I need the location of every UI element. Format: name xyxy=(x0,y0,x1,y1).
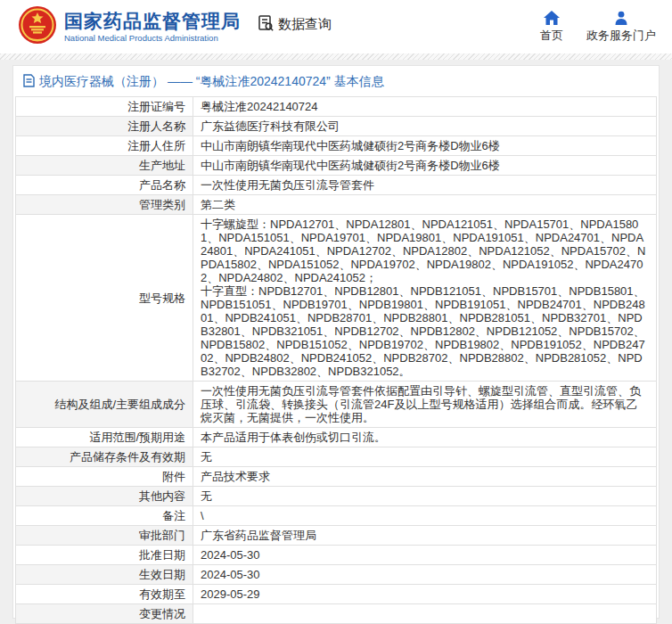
table-row: 结构及组成/主要组成成分一次性使用无菌负压引流导管套件依据配置由引导针、螺旋型引… xyxy=(16,382,657,428)
field-value: 广东省药品监督管理局 xyxy=(193,526,657,546)
site-header: 国家药品监督管理局 National Medical Products Admi… xyxy=(0,0,672,53)
field-label: 型号规格 xyxy=(16,215,193,382)
field-label-text: 型号规格 xyxy=(139,291,185,305)
data-query-label: 数据查询 xyxy=(278,16,332,33)
page-title: 境内医疗器械（注册） —— “粤械注准20242140724” 基本信息 xyxy=(13,66,659,96)
field-label-text: 其他内容 xyxy=(139,489,185,503)
hatch-divider xyxy=(0,53,672,60)
field-label-text: 生效日期 xyxy=(139,568,185,581)
field-label: 注册人名称 xyxy=(16,117,193,136)
field-label-text: 审批部门 xyxy=(139,529,185,542)
table-row: 生产地址中山市南朗镇华南现代中医药城健硕街2号商务楼D物业6楼 xyxy=(16,156,657,176)
field-label: 批准日期 xyxy=(16,546,193,565)
table-row: 管理类别第二类 xyxy=(16,195,657,215)
nav-portal[interactable]: 政务服务门户 xyxy=(586,11,656,44)
table-row: 产品名称一次性使用无菌负压引流导管套件 xyxy=(16,176,657,195)
field-label: 管理类别 xyxy=(16,195,193,215)
info-table: 注册证编号粤械注准20242140724注册人名称广东益德医疗科技有限公司注册人… xyxy=(15,96,657,624)
field-label: 生产地址 xyxy=(16,156,193,176)
field-label-text: 批准日期 xyxy=(139,548,185,562)
field-label: 附件 xyxy=(16,467,193,487)
field-label: 适用范围/预期用途 xyxy=(16,428,193,447)
national-emblem-icon xyxy=(18,5,57,48)
table-row: 注册证编号粤械注准20242140724 xyxy=(16,97,657,117)
table-row: 批准日期2024-05-30 xyxy=(16,546,657,565)
nav-home[interactable]: 首页 xyxy=(540,11,563,44)
nmpa-logo[interactable]: 国家药品监督管理局 National Medical Products Admi… xyxy=(18,5,241,48)
field-value: 2029-05-29 xyxy=(193,585,657,604)
table-row: 变更情况 xyxy=(16,604,657,624)
field-label: 产品名称 xyxy=(16,176,193,195)
field-label-text: 附件 xyxy=(162,470,185,483)
field-label-text: 管理类别 xyxy=(139,198,185,211)
field-label: 其他内容 xyxy=(16,487,193,506)
field-value: 粤械注准20242140724 xyxy=(193,97,657,117)
content-box: 境内医疗器械（注册） —— “粤械注准20242140724” 基本信息 注册证… xyxy=(12,65,660,619)
field-label-text: 变更情况 xyxy=(139,607,185,620)
table-row: 其他内容无 xyxy=(16,487,657,506)
field-label: 结构及组成/主要组成成分 xyxy=(16,382,193,428)
field-label: 变更情况 xyxy=(16,604,193,624)
page-title-text: 境内医疗器械（注册） —— “粤械注准20242140724” 基本信息 xyxy=(39,74,384,90)
field-label-text: 产品储存条件及有效期 xyxy=(70,450,185,464)
home-icon xyxy=(544,11,560,25)
field-label-text: 生产地址 xyxy=(139,159,185,172)
field-value: 无 xyxy=(193,447,657,467)
field-label: 注册人住所 xyxy=(16,136,193,156)
field-label: 产品储存条件及有效期 xyxy=(16,447,193,467)
field-value: 第二类 xyxy=(193,195,657,215)
page: 国家药品监督管理局 National Medical Products Admi… xyxy=(0,0,672,619)
nav-portal-label: 政务服务门户 xyxy=(586,28,656,44)
table-row: 产品储存条件及有效期无 xyxy=(16,447,657,467)
data-query-tab[interactable]: 数据查询 xyxy=(257,14,332,35)
field-value: 中山市南朗镇华南现代中医药城健硕街2号商务楼D物业6楼 xyxy=(193,136,657,156)
field-label: 审批部门 xyxy=(16,526,193,546)
site-title-zh: 国家药品监督管理局 xyxy=(64,11,241,32)
document-search-icon xyxy=(257,14,275,35)
field-value: 广东益德医疗科技有限公司 xyxy=(193,117,657,136)
nav-home-label: 首页 xyxy=(540,28,563,44)
top-nav: 首页 政务服务门户 xyxy=(540,11,661,44)
table-row: 审批部门广东省药品监督管理局 xyxy=(16,526,657,546)
field-value: 一次性使用无菌负压引流导管套件 xyxy=(193,176,657,195)
field-label-text: 适用范围/预期用途 xyxy=(89,431,185,444)
field-label-text: 产品名称 xyxy=(139,178,185,192)
field-value: \ xyxy=(193,506,657,526)
field-value: 无 xyxy=(193,487,657,506)
field-value: 2024-05-30 xyxy=(193,565,657,585)
table-row: 型号规格十字螺旋型：NPDA12701、NPDA12801、NPDA121051… xyxy=(16,215,657,382)
table-row: 有效期至2029-05-29 xyxy=(16,585,657,604)
field-value xyxy=(193,604,657,624)
document-icon xyxy=(23,74,35,90)
table-row: 附件产品技术要求 xyxy=(16,467,657,487)
field-label-text: 有效期至 xyxy=(139,587,185,601)
table-row: 备注\ xyxy=(16,506,657,526)
table-row: 注册人名称广东益德医疗科技有限公司 xyxy=(16,117,657,136)
table-row: 注册人住所中山市南朗镇华南现代中医药城健硕街2号商务楼D物业6楼 xyxy=(16,136,657,156)
site-title-en: National Medical Products Administration xyxy=(64,33,241,44)
field-value: 一次性使用无菌负压引流导管套件依据配置由引导针、螺旋型引流管、直型引流管、负压球… xyxy=(193,382,657,428)
field-value: 本产品适用于体表创伤或切口引流。 xyxy=(193,428,657,447)
field-label-text: 注册人名称 xyxy=(127,119,185,133)
user-icon xyxy=(614,11,628,25)
field-value: 2024-05-30 xyxy=(193,546,657,565)
field-label-text: 备注 xyxy=(162,509,185,522)
field-label: 注册证编号 xyxy=(16,97,193,117)
field-label-text: 结构及组成/主要组成成分 xyxy=(54,398,185,411)
field-label: 生效日期 xyxy=(16,565,193,585)
field-label-text: 注册证编号 xyxy=(127,100,185,113)
field-value: 中山市南朗镇华南现代中医药城健硕街2号商务楼D物业6楼 xyxy=(193,156,657,176)
table-row: 适用范围/预期用途本产品适用于体表创伤或切口引流。 xyxy=(16,428,657,447)
field-value: 十字螺旋型：NPDA12701、NPDA12801、NPDA121051、NPD… xyxy=(193,215,657,382)
table-row: 生效日期2024-05-30 xyxy=(16,565,657,585)
field-value: 产品技术要求 xyxy=(193,467,657,487)
field-label: 备注 xyxy=(16,506,193,526)
field-label-text: 注册人住所 xyxy=(127,139,185,152)
field-label: 有效期至 xyxy=(16,585,193,604)
logo-text: 国家药品监督管理局 National Medical Products Admi… xyxy=(64,11,241,44)
